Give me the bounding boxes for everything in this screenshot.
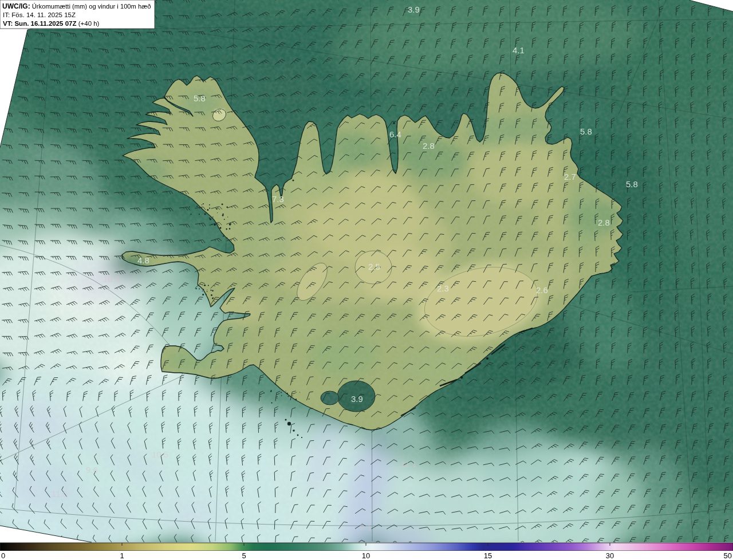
svg-text:15: 15 [484,551,492,560]
svg-text:5: 5 [242,551,246,560]
svg-text:10.5: 10.5 [152,449,168,459]
svg-text:2.6: 2.6 [536,285,548,295]
svg-text:2.5: 2.5 [368,262,380,271]
svg-text:2.8: 2.8 [423,141,435,151]
svg-text:3.9: 3.9 [408,5,420,14]
svg-text:10.7: 10.7 [103,274,120,284]
svg-text:UWC/IG: Úrkomumætti (mm) og vi: UWC/IG: Úrkomumætti (mm) og vindur i 100… [2,2,151,10]
svg-text:10: 10 [362,551,370,560]
svg-text:2.8: 2.8 [598,218,610,227]
svg-text:VT: Sun. 16.11.2025 07Z (+40 h: VT: Sun. 16.11.2025 07Z (+40 h) [3,20,100,27]
svg-text:5.8: 5.8 [580,127,592,136]
svg-text:1: 1 [120,551,124,560]
svg-text:9.6: 9.6 [86,465,98,475]
svg-text:9.1: 9.1 [360,522,372,532]
svg-text:3.9: 3.9 [351,394,363,404]
svg-text:IT: Fös. 14. 11. 2025 15Z: IT: Fös. 14. 11. 2025 15Z [3,11,76,18]
svg-text:6.4: 6.4 [389,129,401,139]
svg-text:0: 0 [1,551,5,560]
svg-text:50: 50 [724,551,732,560]
svg-text:2.7: 2.7 [564,172,576,182]
svg-text:2.3: 2.3 [437,283,449,293]
svg-text:11.0: 11.0 [52,489,68,499]
svg-text:11.1: 11.1 [401,459,417,469]
svg-text:30: 30 [606,551,614,560]
svg-text:5.8: 5.8 [626,179,638,189]
svg-text:7.3: 7.3 [272,194,284,204]
svg-text:5.8: 5.8 [194,93,206,103]
svg-text:4.1: 4.1 [513,45,525,55]
svg-text:3.5: 3.5 [214,107,226,116]
svg-text:4.8: 4.8 [137,255,149,265]
